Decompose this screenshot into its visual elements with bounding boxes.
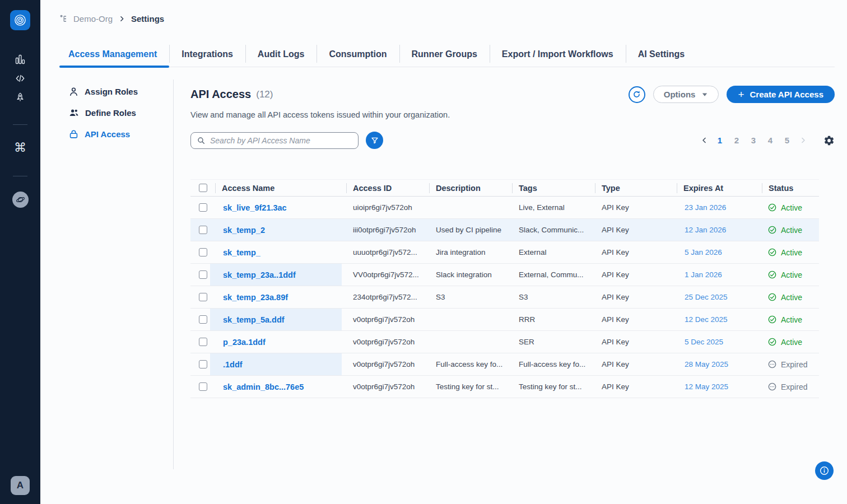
previous-page-button[interactable]: [697, 133, 711, 148]
status-label: Expired: [781, 382, 807, 391]
command-icon[interactable]: ⌘: [12, 140, 28, 156]
cell-id: 234otpr6gi7jv572...: [346, 286, 429, 308]
code-icon[interactable]: [12, 71, 28, 86]
row-checkbox[interactable]: [199, 248, 207, 256]
page-number-1[interactable]: 1: [711, 136, 728, 145]
sidebar-item-define-roles[interactable]: Define Roles: [59, 102, 173, 123]
chevron-down-icon: [701, 92, 708, 97]
cell-type: API Key: [595, 376, 677, 398]
row-checkbox[interactable]: [199, 226, 207, 234]
filter-button[interactable]: [366, 132, 383, 149]
access-name-link[interactable]: .1ddf: [223, 360, 243, 369]
help-info-button[interactable]: [815, 461, 834, 480]
next-page-button[interactable]: [795, 133, 810, 148]
expires-at-link[interactable]: 12 May 2025: [685, 382, 728, 391]
tab-ai-settings[interactable]: AI Settings: [626, 42, 697, 67]
refresh-button[interactable]: [629, 86, 645, 103]
options-button[interactable]: Options: [653, 86, 719, 103]
status-badge: Active: [762, 264, 819, 286]
cell-description: Testing key for st...: [429, 376, 512, 398]
access-name-link[interactable]: sk_live_9f21.3ac: [223, 203, 287, 212]
sidebar-item-api-access[interactable]: API Access: [59, 123, 173, 144]
cell-description-text: Jira integration: [436, 248, 486, 256]
main-page: Demo-Org Settings Access ManagementInteg…: [40, 0, 847, 504]
access-name-link[interactable]: sk_temp_23a.89f: [223, 293, 288, 302]
expires-at-link[interactable]: 28 May 2025: [685, 360, 728, 368]
access-management-subnav: Assign RolesDefine RolesAPI Access: [59, 80, 174, 469]
api-access-panel: API Access (12) Options: [174, 80, 835, 469]
tab-consumption[interactable]: Consumption: [317, 42, 399, 67]
planet-icon[interactable]: [12, 192, 29, 208]
expires-at-link[interactable]: 23 Jan 2026: [685, 203, 726, 212]
page-number-4[interactable]: 4: [762, 136, 779, 145]
row-checkbox-cell: [190, 286, 215, 308]
cell-type: API Key: [595, 309, 677, 330]
expires-at-link[interactable]: 12 Jan 2026: [685, 226, 726, 234]
create-api-access-button[interactable]: + Create API Access: [727, 86, 835, 103]
app-logo[interactable]: [10, 10, 30, 30]
row-checkbox[interactable]: [199, 203, 207, 212]
sidebar-item-assign-roles[interactable]: Assign Roles: [59, 81, 173, 102]
status-badge: Active: [762, 197, 819, 218]
status-label: Expired: [781, 360, 807, 369]
expires-at-cell: 5 Dec 2025: [677, 331, 762, 353]
row-checkbox[interactable]: [199, 382, 207, 391]
expires-at-link[interactable]: 1 Jan 2026: [685, 270, 722, 279]
plus-icon: +: [738, 89, 744, 100]
access-name-link[interactable]: sk_temp_5a.ddf: [223, 315, 285, 324]
access-name-link[interactable]: sk_temp_2: [223, 226, 265, 235]
check-circle-icon: [767, 337, 777, 347]
tab-label: Audit Logs: [258, 49, 305, 59]
access-name-link[interactable]: p_23a.1ddf: [223, 338, 266, 347]
tab-label: Export / Import Workflows: [502, 49, 613, 59]
cell-type-text: API Key: [602, 226, 629, 234]
tab-runner-groups[interactable]: Runner Groups: [399, 42, 490, 67]
row-checkbox[interactable]: [199, 270, 207, 279]
cell-type-text: API Key: [602, 338, 629, 346]
expires-at-cell: 28 May 2025: [677, 353, 762, 375]
cell-id-text: v0otpr6gi7jv572oh: [353, 315, 415, 324]
table-row: sk_temp_uuuotpr6gi7jv572...Jira integrat…: [190, 241, 819, 264]
status-badge: Expired: [762, 353, 819, 375]
bar-chart-icon[interactable]: [12, 52, 28, 67]
search-input[interactable]: [210, 136, 352, 145]
select-all-checkbox[interactable]: [199, 184, 207, 192]
access-name-link[interactable]: sk_admin_8bc...76e5: [223, 382, 304, 391]
ellipsis-circle-icon: [767, 382, 777, 391]
create-label: Create API Access: [750, 90, 823, 99]
row-checkbox[interactable]: [199, 338, 207, 346]
rocket-icon[interactable]: [12, 90, 28, 105]
cell-type-text: API Key: [602, 270, 629, 279]
cell-description-text: Testing key for st...: [436, 382, 499, 391]
cell-tags-text: Full-access key fo...: [519, 360, 585, 368]
tab-export-import-workflows[interactable]: Export / Import Workflows: [490, 42, 626, 67]
cell-description: [429, 331, 512, 353]
row-checkbox-cell: [190, 241, 215, 263]
cell-type-text: API Key: [602, 315, 629, 324]
cell-type-text: API Key: [602, 360, 629, 368]
expires-at-link[interactable]: 25 Dec 2025: [685, 293, 728, 301]
expires-at-link[interactable]: 5 Jan 2026: [685, 248, 722, 256]
column-header-expires-at: Expires At: [677, 180, 762, 196]
column-header-access-id: Access ID: [346, 180, 429, 196]
breadcrumb-org[interactable]: Demo-Org: [73, 14, 113, 24]
row-checkbox[interactable]: [199, 360, 207, 368]
page-number-3[interactable]: 3: [745, 136, 762, 145]
page-number-5[interactable]: 5: [779, 136, 795, 145]
user-avatar[interactable]: A: [11, 476, 30, 495]
cell-tags-text: External: [519, 248, 547, 256]
expires-at-link[interactable]: 5 Dec 2025: [685, 338, 723, 346]
cell-id-text: uioipr6gi7jv572oh: [353, 203, 412, 212]
status-label: Active: [781, 226, 802, 235]
access-name-link[interactable]: sk_temp_23a..1ddf: [223, 270, 296, 279]
tab-integrations[interactable]: Integrations: [169, 42, 245, 67]
page-number-2[interactable]: 2: [728, 136, 745, 145]
tab-audit-logs[interactable]: Audit Logs: [245, 42, 317, 67]
cell-tags: Slack, Communic...: [512, 219, 595, 241]
row-checkbox[interactable]: [199, 293, 207, 301]
access-name-link[interactable]: sk_temp_: [223, 248, 260, 257]
tab-access-management[interactable]: Access Management: [59, 42, 169, 67]
expires-at-link[interactable]: 12 Dec 2025: [685, 315, 728, 324]
table-settings-button[interactable]: [823, 135, 835, 146]
row-checkbox[interactable]: [199, 315, 207, 324]
